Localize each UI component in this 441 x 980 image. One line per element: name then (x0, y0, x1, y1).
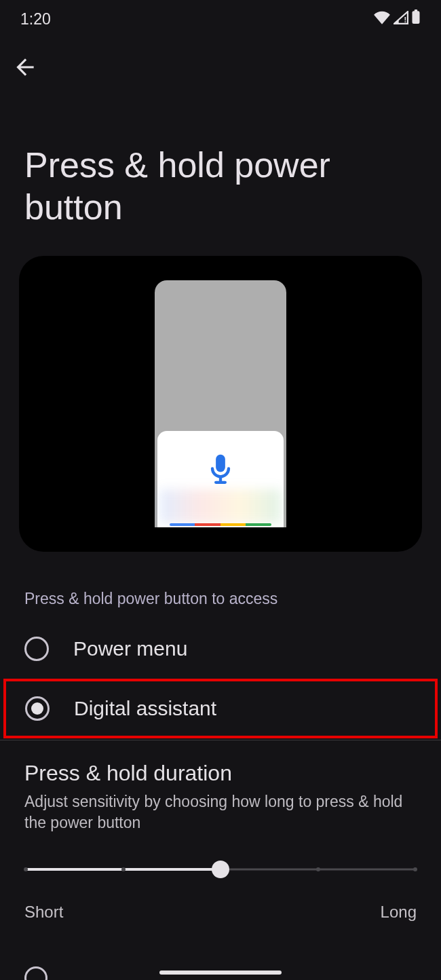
option-label: Power menu (73, 637, 187, 660)
duration-description: Adjust sensitivity by choosing how long … (24, 791, 417, 833)
option-power-menu[interactable]: Power menu (0, 619, 441, 679)
radio-icon (25, 696, 50, 721)
section-header: Press & hold power button to access (0, 552, 441, 619)
svg-rect-3 (216, 454, 225, 472)
slider-min-label: Short (24, 903, 63, 922)
radio-icon (24, 637, 49, 661)
assistant-sheet (157, 431, 284, 527)
option-label: Digital assistant (74, 697, 216, 720)
option-digital-assistant[interactable]: Digital assistant (3, 679, 438, 738)
back-icon[interactable] (12, 71, 38, 82)
svg-rect-1 (413, 11, 420, 24)
duration-title: Press & hold duration (24, 761, 417, 786)
battery-icon (411, 10, 421, 29)
phone-mockup (155, 280, 286, 527)
page-title: Press & hold power button (0, 90, 441, 256)
slider-max-label: Long (381, 903, 417, 922)
mic-icon (206, 453, 235, 489)
home-indicator[interactable] (159, 970, 282, 975)
wifi-icon (373, 10, 391, 29)
duration-slider[interactable] (26, 859, 415, 880)
status-bar: 1:20 ! (0, 0, 441, 34)
info-icon[interactable] (24, 966, 47, 980)
svg-text:!: ! (404, 15, 406, 23)
svg-rect-2 (415, 10, 417, 12)
rainbow-bar (170, 523, 271, 526)
signal-icon: ! (394, 10, 408, 29)
status-icons: ! (373, 10, 421, 29)
duration-section: Press & hold duration Adjust sensitivity… (0, 740, 441, 922)
status-time: 1:20 (20, 10, 51, 29)
illustration-card (19, 256, 422, 552)
